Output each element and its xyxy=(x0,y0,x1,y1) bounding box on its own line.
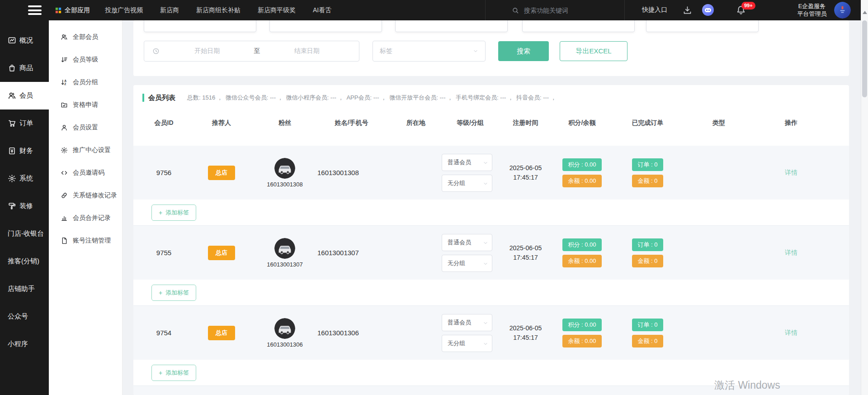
scrollbar-up-arrow[interactable] xyxy=(863,11,867,14)
submenu-item-member-group[interactable]: AZ会员分组 xyxy=(49,71,122,94)
group-select[interactable]: 无分组 xyxy=(442,255,492,272)
clock-icon xyxy=(152,48,160,55)
svg-text:Z: Z xyxy=(64,82,66,86)
sidebar-item-finance[interactable]: 财务 xyxy=(0,137,49,165)
tag-select[interactable]: 标签 xyxy=(373,41,486,62)
chevron-down-icon xyxy=(483,261,488,267)
export-excel-button[interactable]: 导出EXCEL xyxy=(560,41,627,61)
topbar-nav-item[interactable]: AI看舌 xyxy=(313,6,331,14)
filter-input[interactable] xyxy=(395,20,508,32)
topbar-nav-item[interactable]: 新店商组长补贴 xyxy=(196,6,241,14)
register-time-cell: 2025-06-0517:45:17 xyxy=(500,163,552,182)
add-tag-button[interactable]: +添加标签 xyxy=(151,285,196,301)
account-info[interactable]: E企盈服务 平台管理员 xyxy=(790,2,834,18)
submenu-item-invite-code[interactable]: 会员邀请码 xyxy=(49,162,122,184)
topbar-nav-item[interactable]: 新店商平级奖 xyxy=(258,6,296,14)
sidebar-item-promoter[interactable]: 推客(分销) xyxy=(0,247,49,275)
account-line2: 平台管理员 xyxy=(790,10,834,18)
search-button[interactable]: 搜索 xyxy=(498,41,549,61)
add-tag-button[interactable]: +添加标签 xyxy=(151,365,196,381)
detail-link[interactable]: 详情 xyxy=(785,249,797,256)
level-select[interactable]: 普通会员 xyxy=(442,154,492,171)
settings-user-icon xyxy=(61,124,68,131)
sidebar-item-order[interactable]: 订单 xyxy=(0,109,49,137)
topbar-nav-item[interactable]: 新店商 xyxy=(160,6,179,14)
submenu-item-account-cancel[interactable]: 账号注销管理 xyxy=(49,229,122,252)
group-select[interactable]: 无分组 xyxy=(442,335,492,352)
add-tag-button[interactable]: +添加标签 xyxy=(151,205,196,221)
chevron-down-icon xyxy=(483,160,488,166)
download-icon[interactable] xyxy=(683,5,692,15)
gear-icon xyxy=(61,147,68,154)
submenu-item-label: 全部会员 xyxy=(73,33,98,41)
sidebar-item-official-account[interactable]: 公众号 xyxy=(0,303,49,330)
sidebar-item-overview[interactable]: 概况 xyxy=(0,27,49,54)
submenu-item-member-level[interactable]: 会员等级 xyxy=(49,48,122,71)
fans-number: 16013001307 xyxy=(267,261,303,268)
quick-entry-link[interactable]: 快捷入口 xyxy=(642,6,667,14)
hamburger-menu-icon[interactable] xyxy=(28,5,42,15)
member-list-panel: 会员列表 总数: 1516 ，微信公众号会员: --- ，微信小程序会员: --… xyxy=(133,85,849,395)
level-select[interactable]: 普通会员 xyxy=(442,234,492,251)
level-select[interactable]: 普通会员 xyxy=(442,314,492,331)
sidebar-item-goods[interactable]: 商品 xyxy=(0,54,49,82)
submenu-item-merge-log[interactable]: 会员合并记录 xyxy=(49,207,122,229)
sidebar-item-system[interactable]: 系统 xyxy=(0,165,49,192)
member-avatar[interactable] xyxy=(274,158,295,179)
submenu-item-promotion-settings[interactable]: 推广中心设置 xyxy=(49,139,122,162)
topbar-nav: 投放广告视频新店商新店商组长补贴新店商平级奖AI看舌 xyxy=(105,0,349,20)
member-icon xyxy=(8,91,16,100)
date-range-picker[interactable]: 开始日期 至 结束日期 xyxy=(144,41,359,62)
sidebar-item-label: 概况 xyxy=(19,36,33,45)
sidebar-item-shop-assistant[interactable]: 店铺助手 xyxy=(0,275,49,303)
stat-item: APP会员: --- ， xyxy=(346,94,387,102)
filter-input[interactable] xyxy=(646,20,759,32)
submenu-item-qualification[interactable]: 资格申请 xyxy=(49,94,122,116)
svg-text:A: A xyxy=(64,79,66,82)
sidebar-item-store-cashier[interactable]: 门店-收银台 xyxy=(0,220,49,247)
amount-badge: 金额 : 0 xyxy=(632,255,663,267)
member-id: 9756 xyxy=(142,169,185,176)
sidebar-item-member[interactable]: 会员 xyxy=(0,82,49,109)
column-header: 推荐人 xyxy=(185,119,258,127)
user-avatar[interactable] xyxy=(834,2,851,19)
submenu-item-all-members[interactable]: 全部会员 xyxy=(49,26,122,48)
detail-link[interactable]: 详情 xyxy=(785,169,797,176)
member-avatar[interactable] xyxy=(274,318,295,339)
topbar-nav-item[interactable]: 投放广告视频 xyxy=(105,6,143,14)
referrer-badge[interactable]: 总店 xyxy=(208,166,235,180)
column-header: 注册时间 xyxy=(500,119,552,127)
sidebar-item-label: 门店-收银台 xyxy=(8,229,44,238)
action-cell: 详情 xyxy=(755,169,827,177)
filter-input[interactable] xyxy=(269,20,382,32)
ai-assistant-icon[interactable] xyxy=(702,4,714,16)
qualification-icon xyxy=(61,101,68,109)
amount-badge: 金额 : 0 xyxy=(632,335,663,347)
scrollbar-thumb[interactable] xyxy=(862,20,867,97)
page-scrollbar[interactable] xyxy=(861,0,868,395)
sidebar-item-label: 财务 xyxy=(19,147,33,155)
sidebar-item-label: 商品 xyxy=(19,64,33,72)
member-row: 9755总店1601300130716013001307普通会员无分组2025-… xyxy=(133,226,849,280)
filter-input[interactable] xyxy=(522,20,635,32)
sidebar-item-decorate[interactable]: 装修 xyxy=(0,192,49,220)
all-apps-button[interactable]: 全部应用 xyxy=(55,0,90,20)
orders-badge: 订单 : 0 xyxy=(632,238,663,251)
detail-link[interactable]: 详情 xyxy=(785,329,797,336)
file-icon xyxy=(61,237,68,244)
main-content: 开始日期 至 结束日期 标签 搜索 导出EXCEL 会员列表 总数: 1516 … xyxy=(123,20,861,395)
search-input[interactable] xyxy=(523,6,600,14)
filter-input[interactable] xyxy=(144,20,256,32)
submenu-item-label: 会员等级 xyxy=(73,56,98,64)
referrer-badge[interactable]: 总店 xyxy=(208,246,235,260)
notifications-button[interactable]: 99+ xyxy=(736,5,747,16)
member-row: 普通会员 xyxy=(133,386,849,395)
group-select[interactable]: 无分组 xyxy=(442,175,492,192)
referrer-badge[interactable]: 总店 xyxy=(208,326,235,340)
sidebar-item-mini-program[interactable]: 小程序 xyxy=(0,330,49,358)
submenu-item-member-settings[interactable]: 会员设置 xyxy=(49,116,122,139)
member-avatar[interactable] xyxy=(274,238,295,259)
submenu-item-relation-log[interactable]: 关系链修改记录 xyxy=(49,184,122,207)
sidebar-item-label: 推客(分销) xyxy=(8,257,39,266)
add-tag-label: 添加标签 xyxy=(165,369,189,377)
